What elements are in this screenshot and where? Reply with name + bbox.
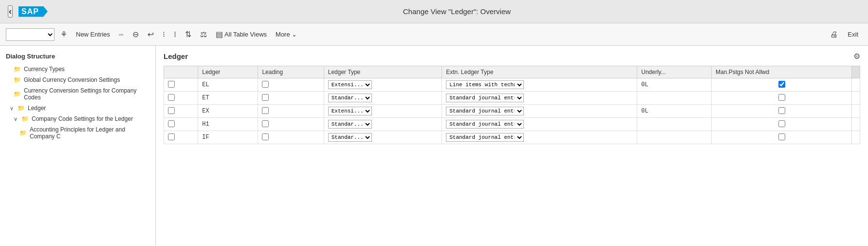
print-icon: 🖨 bbox=[830, 30, 838, 39]
cell-scroll-stub bbox=[852, 131, 860, 144]
cell-ledger: EL bbox=[198, 78, 258, 92]
exit-label: Exit bbox=[848, 31, 858, 38]
cell-extn-ledger-type-select[interactable]: Standard journal entri... bbox=[446, 107, 524, 115]
row-checkbox[interactable] bbox=[168, 81, 175, 88]
col-header-ledger-type: Ledger Type bbox=[324, 66, 442, 78]
row-checkbox[interactable] bbox=[168, 133, 175, 140]
cell-scroll-stub bbox=[852, 92, 860, 105]
cell-leading-checkbox[interactable] bbox=[262, 94, 269, 101]
cell-ledger-type-select[interactable]: Extensi... bbox=[328, 80, 372, 89]
cell-man-pstgs-checkbox[interactable] bbox=[778, 133, 785, 140]
sidebar-item-label: Currency Types bbox=[24, 66, 65, 73]
cell-leading-checkbox[interactable] bbox=[262, 120, 269, 127]
list-indent-button[interactable]: ⁝ bbox=[160, 29, 168, 40]
col-header-man-pstgs: Man.Pstgs Not Allwd bbox=[712, 66, 852, 78]
cell-extn-ledger-type-select[interactable]: Standard journal entri... bbox=[446, 133, 524, 142]
folder-icon: 📁 bbox=[19, 130, 27, 136]
sidebar-item-currency-company[interactable]: 📁 Currency Conversion Settings for Compa… bbox=[0, 85, 155, 103]
col-header-extn-ledger-type: Extn. Ledger Type bbox=[442, 66, 637, 78]
sidebar-title: Dialog Structure bbox=[0, 51, 155, 64]
row-checkbox[interactable] bbox=[168, 94, 175, 101]
folder-icon: 📁 bbox=[14, 66, 21, 73]
col-header-ledger: Ledger bbox=[198, 66, 258, 78]
back-button[interactable]: ‹ bbox=[8, 5, 13, 18]
sidebar-item-accounting-principles[interactable]: 📁 Accounting Principles for Ledger and C… bbox=[0, 124, 155, 142]
row-checkbox[interactable] bbox=[168, 120, 175, 127]
cell-scroll-stub bbox=[852, 105, 860, 118]
table-row: EX Extensi... Standard journal entri... … bbox=[164, 105, 860, 118]
expand-icon: ∨ bbox=[10, 105, 14, 112]
cell-man-pstgs-checkbox[interactable] bbox=[778, 81, 785, 88]
cell-ledger: ET bbox=[198, 92, 258, 105]
table-row: IF Standar... Standard journal entri... bbox=[164, 131, 860, 144]
new-entries-button[interactable]: New Entries bbox=[73, 30, 113, 39]
content-title: Ledger bbox=[164, 52, 188, 60]
sort-icon: ⇅ bbox=[185, 30, 191, 39]
cell-underlying bbox=[637, 92, 712, 105]
view-select[interactable] bbox=[6, 28, 55, 41]
more-button[interactable]: More ⌄ bbox=[273, 30, 300, 39]
customize-button[interactable]: ⚘ bbox=[57, 29, 70, 40]
cell-extn-ledger-type-select[interactable]: Line items with techni... bbox=[446, 80, 524, 89]
sidebar-item-label: Accounting Principles for Ledger and Com… bbox=[30, 126, 149, 140]
cell-ledger-type-select[interactable]: Standar... bbox=[328, 94, 372, 102]
cell-underlying bbox=[637, 118, 712, 131]
sidebar-item-ledger[interactable]: ∨ 📁 Ledger bbox=[0, 103, 155, 114]
content-area: Ledger ⚙ Ledger Leading Ledger Type Extn… bbox=[156, 46, 868, 246]
cell-underlying: 0L bbox=[637, 105, 712, 118]
cell-extn-ledger-type-select[interactable]: Standard journal entri... bbox=[446, 94, 524, 102]
more-label: More bbox=[276, 31, 290, 38]
folder-icon: 📁 bbox=[14, 76, 21, 83]
settings-icon[interactable]: ⚙ bbox=[853, 52, 860, 61]
cell-underlying bbox=[637, 131, 712, 144]
toolbar: ⚘ New Entries ⎓ ⊖ ↩ ⁝ ⁞ ⇅ ⚖ ▤ All Table … bbox=[0, 23, 868, 46]
ledger-table: Ledger Leading Ledger Type Extn. Ledger … bbox=[164, 66, 860, 144]
expand-icon: ∨ bbox=[14, 116, 18, 122]
cell-ledger-type-select[interactable]: Standar... bbox=[328, 120, 372, 129]
table-row: ET Standar... Standard journal entri... bbox=[164, 92, 860, 105]
sort-button[interactable]: ⇅ bbox=[182, 29, 194, 40]
exit-button[interactable]: Exit bbox=[844, 30, 862, 39]
sidebar-item-global-currency[interactable]: 📁 Global Currency Conversion Settings bbox=[0, 75, 155, 85]
print-button[interactable]: 🖨 bbox=[827, 29, 841, 40]
list-indent-icon: ⁝ bbox=[163, 30, 165, 39]
cell-scroll-stub bbox=[852, 78, 860, 92]
customize-icon: ⚘ bbox=[60, 30, 67, 39]
folder-icon: 📁 bbox=[21, 115, 29, 122]
cell-ledger: EX bbox=[198, 105, 258, 118]
list-outdent-button[interactable]: ⁞ bbox=[171, 29, 179, 40]
cell-ledger-type-select[interactable]: Standar... bbox=[328, 133, 372, 142]
col-header-underlying: Underly... bbox=[637, 66, 712, 78]
sidebar-item-label: Ledger bbox=[28, 105, 46, 112]
cell-man-pstgs-checkbox[interactable] bbox=[778, 120, 785, 127]
cell-leading-checkbox[interactable] bbox=[262, 81, 269, 88]
cell-underlying: 0L bbox=[637, 78, 712, 92]
folder-icon: 📁 bbox=[18, 105, 25, 112]
col-header-select bbox=[164, 66, 198, 78]
sidebar-item-company-code-settings[interactable]: ∨ 📁 Company Code Settings for the Ledger bbox=[0, 114, 155, 124]
all-table-views-button[interactable]: ▤ All Table Views bbox=[213, 29, 270, 40]
cell-ledger: H1 bbox=[198, 118, 258, 131]
col-header-scroll bbox=[852, 66, 860, 78]
more-chevron-icon: ⌄ bbox=[292, 31, 297, 38]
page-title: Change View "Ledger": Overview bbox=[54, 7, 860, 16]
sidebar-item-currency-types[interactable]: 📁 Currency Types bbox=[0, 64, 155, 75]
table-row: EL Extensi... Line items with techni... … bbox=[164, 78, 860, 92]
cell-extn-ledger-type-select[interactable]: Standard journal entri... bbox=[446, 120, 524, 129]
undo-button[interactable]: ↩ bbox=[145, 29, 157, 40]
copy-button[interactable]: ⎓ bbox=[116, 29, 127, 40]
row-checkbox[interactable] bbox=[168, 107, 175, 114]
cell-leading-checkbox[interactable] bbox=[262, 133, 269, 140]
cell-ledger: IF bbox=[198, 131, 258, 144]
dialog-structure-sidebar: Dialog Structure 📁 Currency Types 📁 Glob… bbox=[0, 46, 156, 246]
cell-leading-checkbox[interactable] bbox=[262, 107, 269, 114]
all-table-views-label: All Table Views bbox=[224, 31, 267, 38]
cell-man-pstgs-checkbox[interactable] bbox=[778, 94, 785, 101]
undo-icon: ↩ bbox=[148, 30, 154, 39]
balance-button[interactable]: ⚖ bbox=[197, 29, 210, 40]
cell-ledger-type-select[interactable]: Extensi... bbox=[328, 107, 372, 115]
delete-button[interactable]: ⊖ bbox=[129, 29, 142, 40]
cell-man-pstgs-checkbox[interactable] bbox=[778, 107, 785, 114]
sap-logo: SAP bbox=[18, 6, 48, 17]
sidebar-item-label: Currency Conversion Settings for Company… bbox=[24, 87, 149, 101]
